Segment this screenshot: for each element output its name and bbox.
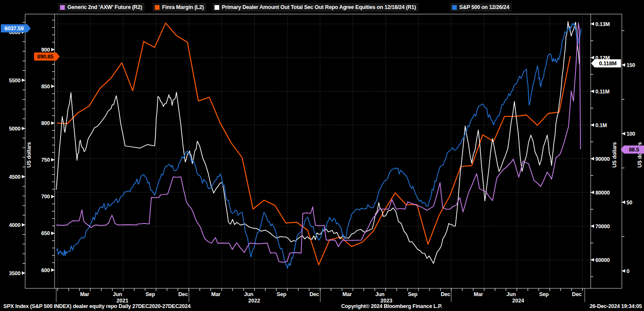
svg-text:150: 150 — [627, 62, 635, 68]
series-lines — [56, 22, 581, 269]
x-axis: MarJunSepDec2021MarJunSepDec2022MarJunSe… — [56, 288, 585, 304]
svg-text:Dec: Dec — [441, 291, 450, 297]
gridlines — [56, 14, 591, 288]
svg-text:Sep: Sep — [408, 291, 418, 297]
svg-text:Sep: Sep — [145, 291, 155, 297]
svg-text:80000: 80000 — [595, 190, 610, 196]
svg-text:2023: 2023 — [380, 298, 392, 304]
svg-text:0.1M: 0.1M — [595, 122, 607, 128]
axw-future-line — [56, 23, 580, 262]
svg-text:2021: 2021 — [116, 298, 128, 304]
svg-text:2022: 2022 — [248, 298, 260, 304]
left-axis-title: US dollars — [26, 125, 32, 168]
svg-text:4500: 4500 — [9, 174, 20, 180]
svg-text:50: 50 — [627, 200, 632, 206]
svg-text:Sep: Sep — [539, 291, 549, 297]
svg-text:Dec: Dec — [572, 291, 582, 297]
svg-text:750: 750 — [41, 157, 50, 163]
sp500-last-price-tag[interactable]: 6037.59 — [1, 24, 31, 32]
svg-text:100: 100 — [627, 131, 635, 137]
svg-text:Sep: Sep — [277, 291, 287, 297]
svg-text:0: 0 — [627, 268, 629, 274]
svg-text:Mar: Mar — [80, 291, 90, 297]
svg-text:Mar: Mar — [342, 291, 352, 297]
sp500-line — [56, 23, 581, 268]
footer-timestamp: 26-Dec-2024 19:34:05 — [590, 303, 642, 311]
svg-text:Dec: Dec — [178, 291, 188, 297]
svg-text:4000: 4000 — [9, 222, 20, 228]
right-axis-r1-title: US dollars — [612, 125, 618, 168]
svg-text:0.11M: 0.11M — [595, 89, 609, 95]
svg-text:Mar: Mar — [211, 291, 220, 297]
svg-text:Jun: Jun — [375, 291, 385, 297]
svg-text:60000: 60000 — [595, 257, 610, 263]
svg-text:900: 900 — [41, 47, 50, 53]
axes: 3500400045005000550060006006507007508008… — [9, 14, 635, 288]
finra-last-price-tag[interactable]: 890.85 — [34, 52, 60, 61]
svg-text:2024: 2024 — [512, 298, 524, 304]
dealer-repo-line — [56, 22, 580, 264]
svg-text:5500: 5500 — [9, 78, 20, 84]
footer-chart-description: SPX Index (S&P 500 INDEX) dealer equity … — [3, 303, 191, 311]
svg-text:Jun: Jun — [507, 291, 516, 297]
svg-text:Jun: Jun — [113, 291, 122, 297]
svg-text:650: 650 — [41, 230, 50, 236]
svg-text:Mar: Mar — [474, 291, 483, 297]
footer-copyright: Copyright© 2024 Bloomberg Finance L.P. — [341, 303, 442, 311]
chart-canvas: 3500400045005000550060006006507007508008… — [0, 0, 644, 311]
svg-text:70000: 70000 — [595, 224, 610, 230]
svg-text:3500: 3500 — [9, 270, 20, 276]
svg-text:850: 850 — [41, 84, 50, 90]
svg-text:5000: 5000 — [9, 126, 20, 132]
svg-text:Dec: Dec — [310, 291, 319, 297]
repo-last-price-tag[interactable]: 0.118M — [591, 59, 621, 67]
bloomberg-chart-screen: Generic 2nd 'AXW' Future (R2) Finra Marg… — [0, 0, 644, 311]
svg-text:90000: 90000 — [595, 156, 610, 162]
svg-text:0.13M: 0.13M — [595, 21, 610, 27]
svg-text:700: 700 — [41, 194, 50, 200]
svg-text:600: 600 — [41, 267, 50, 273]
svg-text:Jun: Jun — [244, 291, 253, 297]
svg-text:800: 800 — [41, 120, 50, 126]
axw-last-price-tag[interactable]: 88.5 — [621, 145, 644, 154]
